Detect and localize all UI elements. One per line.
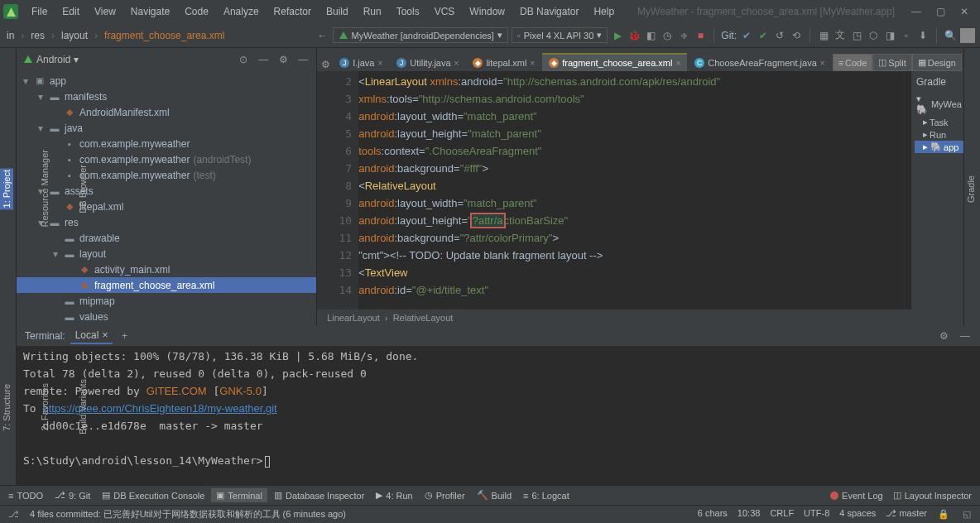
tool-build[interactable]: 🔨 Build <box>472 488 516 502</box>
tool-todo[interactable]: ≡ TODO <box>3 489 48 502</box>
gear-icon[interactable]: ⚙ <box>276 53 290 66</box>
menu-refactor[interactable]: Refactor <box>267 4 318 19</box>
tool-db-console[interactable]: ▤ DB Execution Console <box>97 488 209 502</box>
menu-build[interactable]: Build <box>319 4 355 19</box>
vcs-branch-icon[interactable]: ⎇ <box>7 508 20 521</box>
status-indent[interactable]: 4 spaces <box>839 508 876 521</box>
menu-run[interactable]: Run <box>357 4 388 19</box>
tool-terminal[interactable]: ▣ Terminal <box>211 488 267 502</box>
tree-row[interactable]: ▾▬assets <box>17 183 316 199</box>
tool-event-log[interactable]: Event Log <box>825 488 888 502</box>
breadcrumb-current[interactable]: fragment_choose_area.xml <box>101 28 228 43</box>
coverage-icon[interactable]: ◧ <box>644 29 657 42</box>
tree-row[interactable]: ▾▬manifests <box>17 89 316 104</box>
git-update-icon[interactable]: ✔ <box>740 29 753 42</box>
line-gutter[interactable]: 234567891011121314 <box>317 71 358 309</box>
editor-breadcrumb[interactable]: LinearLayout › RelativeLayout <box>317 309 963 326</box>
breadcrumb-item[interactable]: in <box>3 28 17 43</box>
minimize-button[interactable]: — <box>911 6 921 17</box>
tree-row[interactable]: ▾▬java <box>17 120 316 136</box>
tab-settings-icon[interactable]: ⚙ <box>319 58 332 71</box>
run-config-selector[interactable]: MyWeather [androidDependencies]▾ <box>333 27 508 43</box>
scroll-from-source-icon[interactable]: ⊙ <box>237 53 250 66</box>
menu-tools[interactable]: Tools <box>390 4 426 19</box>
project-view-selector[interactable]: Android ▾ <box>23 54 79 65</box>
status-encoding[interactable]: UTF-8 <box>804 508 829 521</box>
search-icon[interactable]: 🔍 <box>944 29 957 42</box>
gradle-root[interactable]: ▾ 🐘 MyWea <box>915 93 963 116</box>
add-terminal-icon[interactable]: + <box>118 329 131 343</box>
project-tree[interactable]: ▾▣app▾▬manifests◆AndroidManifest.xml▾▬ja… <box>17 71 316 326</box>
tree-row[interactable]: ▪com.example.myweather <box>17 136 316 151</box>
view-design-button[interactable]: ▦ Design <box>912 54 962 71</box>
tree-row[interactable]: ▾▬layout <box>17 246 316 262</box>
close-icon[interactable]: × <box>675 59 680 68</box>
tool-profiler[interactable]: ◷ Profiler <box>420 488 470 502</box>
tool-logcat[interactable]: ≡ 6: Logcat <box>518 489 574 502</box>
tree-row[interactable]: ▬drawable <box>17 230 316 246</box>
close-icon[interactable]: × <box>377 59 382 68</box>
debug-icon[interactable]: 🐞 <box>627 29 641 42</box>
tree-row[interactable]: ◆AndroidManifest.xml <box>17 104 316 120</box>
tool-gradle[interactable]: Gradle <box>964 174 978 204</box>
tool-icon-5[interactable]: ◨ <box>883 29 896 42</box>
menu-vcs[interactable]: VCS <box>428 4 462 19</box>
gradle-app[interactable]: ▸ 🐘 app <box>915 141 963 153</box>
gradle-tasks[interactable]: ▸ Task <box>915 116 963 128</box>
terminal-output[interactable]: Writing objects: 100% (78/78), 136.38 Ki… <box>17 346 980 485</box>
tree-row[interactable]: ◆activity_main.xml <box>17 262 316 277</box>
tool-build-variants[interactable]: Build Variants <box>76 377 89 436</box>
code-editor[interactable]: <LinearLayout xmlns:android="http://sche… <box>358 71 904 309</box>
close-icon[interactable]: × <box>530 59 535 68</box>
breadcrumb-item[interactable]: layout <box>58 28 91 43</box>
menu-code[interactable]: Code <box>178 4 215 19</box>
menu-window[interactable]: Window <box>463 4 512 19</box>
tool-project[interactable]: 1: Project <box>0 168 13 209</box>
device-selector[interactable]: ▫ Pixel 4 XL API 30▾ <box>512 27 608 43</box>
error-stripe[interactable] <box>904 71 910 309</box>
close-icon[interactable]: × <box>820 59 825 68</box>
avatar-icon[interactable] <box>960 28 975 43</box>
menu-help[interactable]: Help <box>587 4 621 19</box>
status-chars[interactable]: 6 chars <box>698 508 728 521</box>
git-rollback-icon[interactable]: ⟲ <box>790 29 803 42</box>
tool-db-browser[interactable]: DB Browser <box>76 163 89 215</box>
git-commit-icon[interactable]: ✔ <box>757 29 770 42</box>
stop-icon[interactable]: ■ <box>694 29 707 42</box>
breadcrumb-item[interactable]: res <box>27 28 48 43</box>
tool-favorites[interactable]: 2: Favorites <box>38 381 51 432</box>
menu-edit[interactable]: Edit <box>55 4 86 19</box>
tree-row[interactable]: ▪com.example.myweather(androidTest) <box>17 151 316 167</box>
editor-tab[interactable]: ◆fragment_choose_area.xml× <box>542 53 687 71</box>
tool-icon-2[interactable]: 文 <box>833 29 847 42</box>
status-branch[interactable]: ⎇ master <box>886 508 927 521</box>
hide-panel-icon[interactable]: — <box>296 53 310 66</box>
menu-view[interactable]: View <box>88 4 122 19</box>
collapse-icon[interactable]: — <box>257 53 270 66</box>
close-icon[interactable]: × <box>454 59 459 68</box>
tool-icon-1[interactable]: ▦ <box>817 29 830 42</box>
nav-back-icon[interactable]: ← <box>316 29 329 42</box>
attach-icon[interactable]: ⎆ <box>677 29 690 42</box>
profile-icon[interactable]: ◷ <box>661 29 674 42</box>
tool-icon-4[interactable]: ⬡ <box>867 29 880 42</box>
hide-terminal-icon[interactable]: — <box>958 329 972 343</box>
run-icon[interactable]: ▶ <box>611 29 624 42</box>
maximize-button[interactable]: ▢ <box>936 6 945 17</box>
menu-file[interactable]: File <box>25 4 54 19</box>
gradle-run[interactable]: ▸ Run <box>915 128 963 141</box>
tool-db-inspector[interactable]: ▥ Database Inspector <box>269 488 369 502</box>
tool-resource-manager[interactable]: Resource Manager <box>38 148 51 229</box>
avd-icon[interactable]: ▫ <box>900 29 913 42</box>
tool-structure[interactable]: 7: Structure <box>0 382 13 433</box>
terminal-gear-icon[interactable]: ⚙ <box>937 329 950 343</box>
sdk-icon[interactable]: ⬇ <box>916 29 930 42</box>
tree-row[interactable]: ▾▣app <box>17 73 316 89</box>
tree-row[interactable]: ▬mipmap <box>17 293 316 309</box>
breadcrumb[interactable]: in› res› layout› fragment_choose_area.xm… <box>0 28 231 43</box>
tool-icon-3[interactable]: ◳ <box>850 29 863 42</box>
tree-row[interactable]: ▬values <box>17 309 316 324</box>
terminal-tab-local[interactable]: Local × <box>70 328 113 344</box>
editor-tab[interactable]: CChooseAreaFragment.java× <box>688 53 831 71</box>
editor-tab[interactable]: ◆litepal.xml× <box>466 53 541 71</box>
